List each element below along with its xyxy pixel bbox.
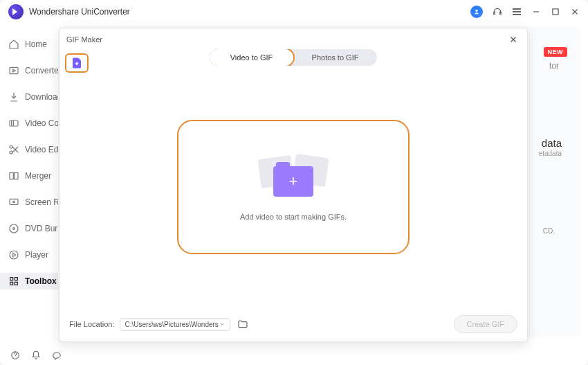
sidebar-item-label: Merger (25, 171, 51, 181)
sidebar: Home Converter Downloader Video Compress… (0, 24, 58, 344)
bg-fragment-tor: tor (549, 61, 559, 71)
maximize-icon[interactable] (551, 7, 560, 17)
svg-rect-13 (10, 199, 18, 204)
chevron-down-icon (219, 321, 226, 328)
svg-point-16 (13, 228, 15, 230)
sidebar-item-downloader[interactable]: Downloader (0, 89, 58, 105)
svg-point-0 (475, 10, 477, 12)
sidebar-item-compressor[interactable]: Video Compressor (0, 115, 58, 132)
bg-fragment-cd: CD. (543, 227, 555, 235)
sidebar-item-label: Player (25, 250, 48, 260)
svg-point-10 (10, 151, 12, 154)
sidebar-item-toolbox[interactable]: Toolbox (0, 273, 58, 290)
new-badge: NEW (544, 47, 568, 57)
svg-rect-20 (10, 282, 13, 285)
svg-rect-7 (10, 67, 18, 73)
svg-rect-12 (15, 172, 18, 179)
feedback-icon[interactable] (51, 350, 62, 361)
minimize-icon[interactable] (531, 7, 541, 17)
svg-rect-1 (494, 12, 495, 15)
svg-rect-8 (10, 121, 18, 126)
svg-rect-19 (15, 278, 17, 281)
modal-header: GIF Maker (59, 28, 527, 51)
sidebar-item-label: Video Compressor (25, 118, 58, 128)
svg-rect-4 (553, 9, 558, 15)
notifications-icon[interactable] (30, 350, 42, 361)
sidebar-item-recorder[interactable]: Screen Recorder (0, 194, 58, 211)
open-folder-icon[interactable] (236, 317, 250, 331)
svg-point-17 (10, 251, 18, 259)
mode-tabs: Video to GIF Photos to GIF (210, 49, 377, 66)
gif-maker-modal: GIF Maker Video to GIF Photos to GIF + A… (59, 28, 528, 342)
sidebar-item-label: DVD Burner (25, 224, 58, 233)
sidebar-item-label: Video Editor (25, 145, 58, 154)
dropzone-text: Add video to start making GIFs. (240, 213, 347, 221)
file-location-select[interactable]: C:\Users\ws\Pictures\Wonders (120, 318, 230, 331)
titlebar: Wondershare UniConverter (0, 0, 588, 24)
tab-photos-to-gif[interactable]: Photos to GIF (293, 49, 377, 66)
file-location-path: C:\Users\ws\Pictures\Wonders (125, 321, 218, 328)
svg-rect-21 (15, 282, 17, 285)
app-window: Wondershare UniConverter Home Converter (0, 0, 588, 365)
sidebar-item-label: Home (25, 39, 47, 49)
file-location-label: File Location: (69, 320, 114, 328)
create-gif-button[interactable]: Create GIF (454, 315, 517, 333)
bg-fragment-metadata-title: data (542, 137, 562, 149)
sidebar-item-label: Toolbox (25, 276, 57, 286)
sidebar-item-label: Screen Recorder (25, 197, 58, 207)
tab-video-to-gif[interactable]: Video to GIF (210, 49, 295, 66)
folder-add-icon: + (255, 153, 331, 202)
add-file-button[interactable] (65, 53, 89, 73)
bg-fragment-metadata-sub: etadata (539, 150, 562, 157)
svg-rect-18 (10, 278, 13, 281)
sidebar-item-merger[interactable]: Merger (0, 168, 58, 184)
statusbar (10, 350, 62, 361)
sidebar-item-home[interactable]: Home (0, 36, 58, 53)
close-modal-icon[interactable] (506, 33, 520, 46)
app-title: Wondershare UniConverter (29, 7, 130, 17)
user-avatar-icon[interactable] (470, 6, 483, 18)
sidebar-item-converter[interactable]: Converter (0, 62, 58, 79)
sidebar-item-label: Downloader (25, 92, 58, 102)
modal-footer: File Location: C:\Users\ws\Pictures\Wond… (59, 315, 527, 333)
app-logo-icon (8, 4, 24, 19)
svg-point-9 (10, 145, 12, 148)
sidebar-item-player[interactable]: Player (0, 247, 58, 263)
modal-title: GIF Maker (66, 35, 102, 44)
dropzone[interactable]: + Add video to start making GIFs. (177, 120, 410, 254)
sidebar-item-dvd[interactable]: DVD Burner (0, 220, 58, 237)
close-window-icon[interactable] (570, 7, 580, 17)
support-icon[interactable] (493, 7, 502, 17)
svg-point-15 (10, 224, 18, 233)
sidebar-item-label: Converter (25, 66, 58, 75)
svg-rect-11 (10, 172, 13, 179)
hamburger-menu-icon[interactable] (512, 7, 522, 17)
sidebar-item-editor[interactable]: Video Editor (0, 141, 58, 158)
help-icon[interactable] (10, 350, 21, 361)
svg-point-14 (13, 201, 15, 203)
